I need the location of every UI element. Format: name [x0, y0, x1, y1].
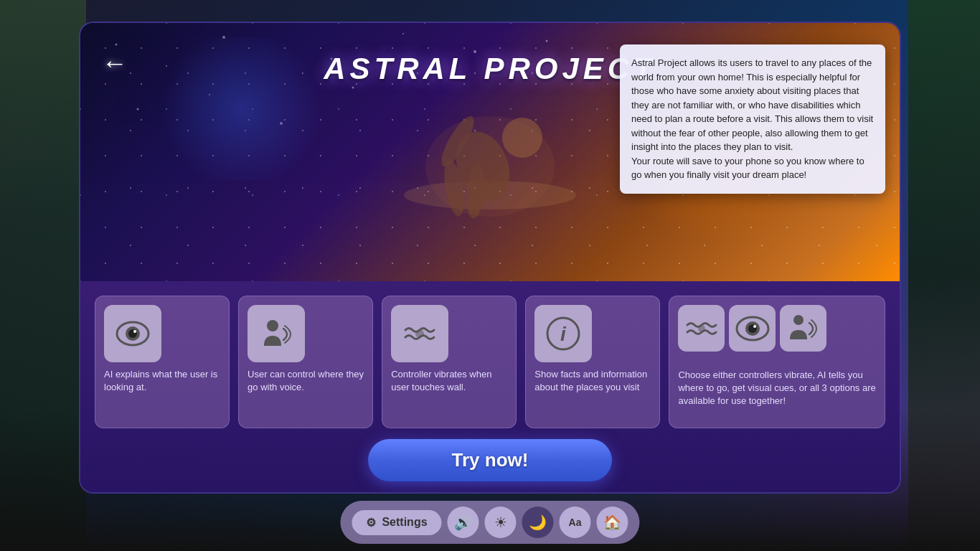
feature-icon-eye-2 — [729, 305, 776, 352]
text-size-button[interactable]: Aa — [560, 507, 591, 538]
settings-label: Settings — [382, 516, 427, 529]
feature-icon-person-audio-2 — [780, 305, 826, 352]
feature-icon-vibrate-2 — [678, 305, 725, 352]
back-button[interactable]: ← — [102, 48, 128, 78]
feature-cards-row: AI explains what the user is looking at.… — [95, 296, 885, 428]
info-icon: i — [545, 316, 581, 352]
main-card: ← astral PROJECT Astral Project allows i… — [79, 22, 901, 494]
moon-icon: 🌙 — [529, 514, 547, 531]
person-audio-icon-2 — [786, 311, 821, 347]
eye-icon — [115, 316, 151, 352]
svg-point-24 — [415, 329, 424, 338]
svg-point-8 — [137, 108, 139, 110]
svg-point-27 — [698, 325, 705, 332]
feature-icon-vibrate — [391, 305, 448, 362]
svg-point-0 — [116, 44, 118, 46]
moon-button[interactable]: 🌙 — [522, 507, 554, 538]
volume-icon: 🔊 — [454, 514, 472, 531]
text-size-icon: Aa — [569, 517, 582, 528]
floating-figure — [382, 66, 598, 238]
feature-card-ai-explain: AI explains what the user is looking at. — [95, 296, 230, 428]
all-options-icons — [678, 305, 826, 352]
feature-text-facts: Show facts and information about the pla… — [534, 368, 651, 419]
svg-text:i: i — [560, 323, 567, 345]
vibrate-icon-2 — [684, 311, 720, 347]
svg-point-31 — [753, 325, 756, 328]
brightness-icon: ☀ — [494, 514, 507, 531]
settings-button[interactable]: ⚙ Settings — [352, 510, 441, 535]
feature-card-all-options: Choose either controllers vibrate, AI te… — [669, 296, 885, 428]
svg-point-23 — [267, 320, 278, 331]
svg-point-11 — [352, 87, 354, 89]
feature-icon-person-audio — [248, 305, 305, 362]
hero-section: ← astral PROJECT Astral Project allows i… — [80, 23, 900, 281]
feature-card-vibrate: Controller vibrates when user touches wa… — [382, 296, 517, 428]
home-button[interactable]: 🏠 — [597, 507, 628, 538]
eye-icon-2 — [735, 311, 771, 347]
try-now-button[interactable]: Try now! — [368, 439, 612, 481]
svg-point-32 — [793, 315, 804, 325]
feature-text-vibrate: Controller vibrates when user touches wa… — [391, 368, 507, 419]
svg-point-18 — [425, 116, 555, 217]
feature-text-all-options: Choose either controllers vibrate, AI te… — [678, 369, 876, 408]
svg-point-4 — [402, 33, 404, 34]
info-tooltip: Astral Project allows its users to trave… — [620, 44, 885, 194]
svg-point-6 — [546, 40, 548, 42]
bottom-toolbar: ⚙ Settings 🔊 ☀ 🌙 Aa 🏠 — [340, 501, 639, 544]
feature-card-facts: i Show facts and information about the p… — [525, 296, 660, 428]
volume-button[interactable]: 🔊 — [448, 507, 479, 538]
feature-text-ai-explain: AI explains what the user is looking at. — [104, 368, 220, 419]
feature-icon-info: i — [534, 305, 592, 362]
home-icon: 🏠 — [603, 514, 621, 531]
features-section: AI explains what the user is looking at.… — [80, 281, 900, 492]
gear-icon: ⚙ — [366, 516, 376, 529]
feature-card-voice: User can control where they go with voic… — [238, 296, 373, 428]
svg-point-22 — [133, 330, 136, 333]
feature-icon-eye — [104, 305, 161, 362]
info-text: Astral Project allows its users to trave… — [631, 56, 874, 182]
vibrate-icon — [402, 316, 438, 352]
brightness-button[interactable]: ☀ — [485, 507, 517, 538]
feature-text-voice: User can control where they go with voic… — [248, 368, 364, 419]
person-audio-icon — [258, 316, 294, 352]
